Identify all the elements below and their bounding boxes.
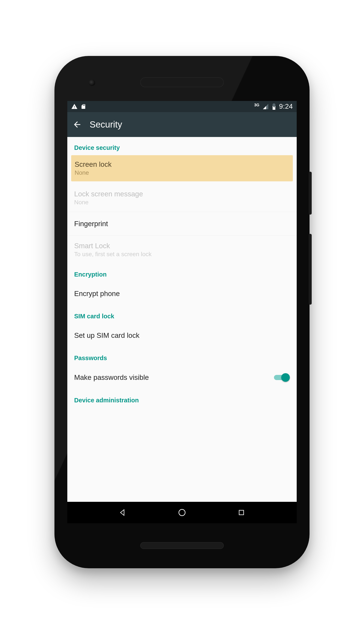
network-label: 3G [254,103,260,107]
section-header-device-admin: Device administration [67,390,297,408]
back-button[interactable] [71,119,83,130]
nav-bar [67,502,297,523]
nav-back-button[interactable] [116,506,129,519]
front-camera [89,79,95,86]
row-title: Smart Lock [74,242,152,250]
toggle-passwords-visible[interactable] [274,373,290,382]
page-title: Security [90,119,122,130]
app-bar: Security [67,112,297,137]
settings-list[interactable]: Device security Screen lock None Lock sc… [67,137,297,502]
row-subtitle: None [74,199,143,206]
battery-icon [272,103,276,110]
section-header-device-security: Device security [67,137,297,155]
row-passwords-visible[interactable]: Make passwords visible [67,365,297,390]
signal-icon [262,103,269,110]
section-header-passwords: Passwords [67,347,297,365]
row-sim-lock[interactable]: Set up SIM card lock [67,324,297,347]
screen: 3G 9:24 Security Devi [67,101,297,523]
row-fingerprint[interactable]: Fingerprint [67,212,297,236]
nav-recents-button[interactable] [235,506,248,519]
row-title: Encrypt phone [74,290,120,298]
row-title: Fingerprint [74,220,108,228]
sd-card-icon [81,103,86,110]
status-bar: 3G 9:24 [67,101,297,112]
row-title: Screen lock [75,160,111,168]
earpiece-speaker [140,78,224,87]
row-title: Make passwords visible [74,373,149,382]
row-screen-lock[interactable]: Screen lock None [71,155,293,181]
status-clock: 9:24 [279,103,293,110]
bottom-speaker [140,542,224,549]
nav-home-button[interactable] [176,506,188,519]
svg-point-0 [179,509,185,516]
power-button[interactable] [309,172,312,215]
row-lock-screen-message: Lock screen message None [67,184,297,212]
section-header-sim-lock: SIM card lock [67,306,297,324]
row-encrypt-phone[interactable]: Encrypt phone [67,282,297,306]
row-title: Lock screen message [74,190,143,198]
row-smart-lock: Smart Lock To use, first set a screen lo… [67,236,297,264]
phone-frame: 3G 9:24 Security Devi [54,56,310,568]
svg-rect-1 [239,510,243,515]
row-subtitle: None [75,169,111,176]
row-subtitle: To use, first set a screen lock [74,251,152,258]
row-title: Set up SIM card lock [74,331,139,339]
volume-rocker[interactable] [309,234,312,305]
section-header-encryption: Encryption [67,264,297,282]
warning-icon [71,103,78,110]
